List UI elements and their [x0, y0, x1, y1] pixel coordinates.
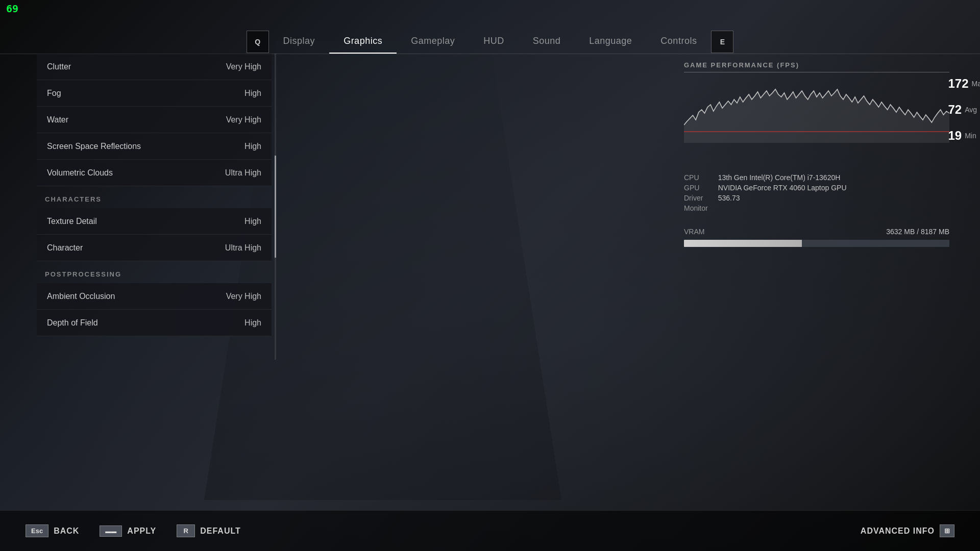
vram-bar-track [684, 240, 949, 247]
right-panel: GAME PERFORMANCE (FPS) 172 Max 72 Avg 19… [684, 61, 949, 247]
setting-name-ambient-occlusion: Ambient Occlusion [47, 292, 115, 301]
setting-row-vol-clouds[interactable]: Volumetric Clouds Ultra High [37, 160, 272, 186]
apply-key-icon: ▬▬ [100, 525, 122, 537]
back-button[interactable]: Esc BACK [26, 524, 79, 537]
tab-graphics[interactable]: Graphics [329, 30, 397, 54]
advanced-info-key-icon: ⊞ [940, 524, 954, 537]
setting-value-texture-detail: High [244, 217, 261, 226]
scrollbar-thumb[interactable] [275, 156, 276, 258]
cpu-label: CPU [684, 173, 708, 182]
setting-row-clutter[interactable]: Clutter Very High [37, 54, 272, 80]
setting-row-character[interactable]: Character Ultra High [37, 235, 272, 261]
vram-section: VRAM 3632 MB / 8187 MB [684, 228, 949, 247]
bottom-actions: Esc BACK ▬▬ APPLY R DEFAULT [26, 524, 241, 537]
setting-value-water: Very High [226, 115, 261, 124]
driver-value: 536.73 [718, 194, 949, 202]
setting-name-vol-clouds: Volumetric Clouds [47, 168, 113, 178]
scrollbar-track [275, 54, 276, 360]
perf-title: GAME PERFORMANCE (FPS) [684, 61, 949, 69]
setting-name-fog: Fog [47, 89, 61, 98]
setting-name-clutter: Clutter [47, 62, 71, 71]
fps-max-label: 172 Max [948, 77, 981, 91]
perf-divider [684, 72, 949, 72]
setting-value-fog: High [244, 89, 261, 98]
navigation-bar: Q Display Graphics Gameplay HUD Sound La… [0, 30, 980, 54]
svg-marker-1 [684, 89, 949, 143]
fps-max-text: Max [972, 80, 980, 88]
gpu-value: NVIDIA GeForce RTX 4060 Laptop GPU [718, 184, 949, 192]
setting-name-water: Water [47, 115, 68, 124]
apply-button[interactable]: ▬▬ APPLY [100, 525, 156, 537]
setting-value-vol-clouds: Ultra High [225, 168, 261, 178]
setting-name-texture-detail: Texture Detail [47, 217, 97, 226]
vram-bar-fill [684, 240, 802, 247]
fps-min-label: 19 Min [948, 129, 981, 143]
monitor-value [718, 204, 949, 212]
tab-hud[interactable]: HUD [469, 30, 519, 54]
default-label: DEFAULT [200, 527, 241, 536]
setting-row-water[interactable]: Water Very High [37, 107, 272, 133]
nav-left-icon[interactable]: Q [247, 31, 269, 53]
setting-row-ambient-occlusion[interactable]: Ambient Occlusion Very High [37, 283, 272, 310]
default-button[interactable]: R DEFAULT [177, 524, 241, 537]
setting-name-ssr: Screen Space Reflections [47, 142, 141, 151]
setting-row-texture-detail[interactable]: Texture Detail High [37, 208, 272, 235]
settings-panel: Clutter Very High Fog High Water Very Hi… [37, 54, 272, 500]
section-label-postprocessing: POSTPROCESSING [37, 261, 272, 283]
advanced-info-label: ADVANCED INFO [861, 527, 935, 536]
setting-value-dof: High [244, 318, 261, 328]
fps-max-value: 172 [948, 77, 969, 91]
setting-name-character: Character [47, 243, 83, 253]
back-key-icon: Esc [26, 524, 48, 537]
fps-labels: 172 Max 72 Avg 19 Min [948, 77, 981, 143]
advanced-info-button[interactable]: ADVANCED INFO ⊞ [861, 524, 954, 537]
back-label: BACK [54, 527, 79, 536]
section-label-characters: CHARACTERS [37, 186, 272, 208]
vram-header: VRAM 3632 MB / 8187 MB [684, 228, 949, 236]
setting-value-clutter: Very High [226, 62, 261, 71]
fps-min-text: Min [965, 132, 976, 140]
fps-chart-container: 172 Max 72 Avg 19 Min [684, 77, 949, 158]
setting-value-ssr: High [244, 142, 261, 151]
fps-chart-svg [684, 77, 949, 143]
cpu-value: 13th Gen Intel(R) Core(TM) i7-13620H [718, 173, 949, 182]
fps-avg-label: 72 Avg [948, 103, 981, 117]
scrollbar[interactable] [273, 54, 277, 360]
setting-row-ssr[interactable]: Screen Space Reflections High [37, 133, 272, 160]
setting-value-character: Ultra High [225, 243, 261, 253]
setting-name-dof: Depth of Field [47, 318, 98, 328]
tab-gameplay[interactable]: Gameplay [397, 30, 469, 54]
default-key-icon: R [177, 524, 195, 537]
bottom-bar: Esc BACK ▬▬ APPLY R DEFAULT ADVANCED INF… [0, 510, 980, 551]
driver-label: Driver [684, 194, 708, 202]
monitor-label: Monitor [684, 204, 708, 212]
gpu-label: GPU [684, 184, 708, 192]
tab-display[interactable]: Display [269, 30, 330, 54]
setting-row-fog[interactable]: Fog High [37, 80, 272, 107]
tab-sound[interactable]: Sound [519, 30, 575, 54]
fps-min-value: 19 [948, 129, 962, 143]
tab-language[interactable]: Language [575, 30, 646, 54]
apply-label: APPLY [127, 527, 156, 536]
fps-avg-text: Avg [965, 106, 977, 114]
tab-controls[interactable]: Controls [646, 30, 711, 54]
vram-value: 3632 MB / 8187 MB [886, 228, 949, 236]
fps-counter: 69 [6, 3, 18, 15]
system-info: CPU 13th Gen Intel(R) Core(TM) i7-13620H… [684, 173, 949, 212]
nav-right-icon[interactable]: E [711, 31, 733, 53]
fps-avg-value: 72 [948, 103, 962, 117]
vram-label: VRAM [684, 228, 704, 236]
setting-value-ambient-occlusion: Very High [226, 292, 261, 301]
setting-row-dof[interactable]: Depth of Field High [37, 310, 272, 336]
